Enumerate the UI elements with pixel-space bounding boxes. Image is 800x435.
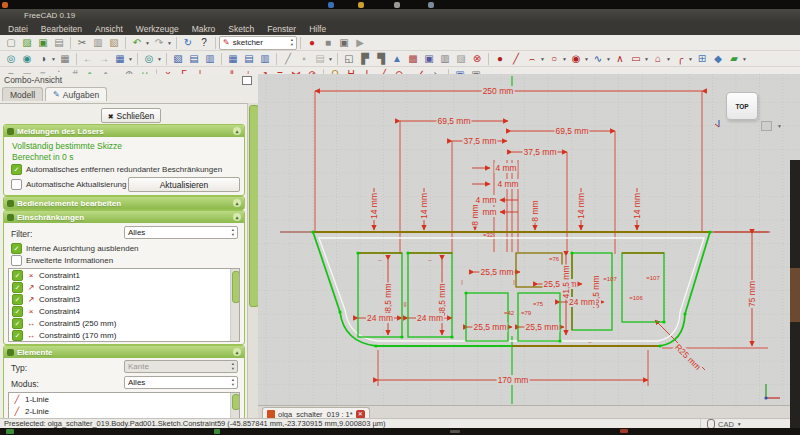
constraint-list-item[interactable]: ↗Constraint3 — [9, 293, 239, 305]
constraint-list-item[interactable]: ↔Constraint6 (170 mm) — [9, 329, 239, 341]
mirror-sketch-icon[interactable]: ▥ — [437, 52, 453, 66]
view-bottom-icon[interactable]: ▥ — [257, 52, 273, 66]
draw-style-icon[interactable]: ◑ — [35, 52, 51, 66]
map-sketch-icon[interactable]: ▜ — [373, 52, 389, 66]
chevron-down-icon[interactable]: ▼ — [157, 56, 163, 62]
auto-remove-checkbox-row[interactable]: Automatisches entfernen redundanter Besc… — [11, 164, 222, 175]
view-front-icon[interactable]: ▤ — [186, 52, 202, 66]
menu-sketch[interactable]: Sketch — [228, 24, 254, 34]
chevron-down-icon[interactable]: ▼ — [167, 40, 173, 46]
refresh-icon[interactable]: ↻ — [180, 36, 196, 50]
section-constraints-header[interactable]: Einschränkungen — [4, 211, 244, 223]
tab-aufgaben[interactable]: ✎Aufgaben — [45, 87, 107, 101]
element-list-scrollbar[interactable] — [230, 393, 239, 419]
update-button[interactable]: Aktualisieren — [128, 177, 240, 192]
close-task-button[interactable]: Schließen — [101, 108, 161, 123]
chevron-down-icon[interactable]: ▼ — [742, 56, 748, 62]
create-conic-icon[interactable]: ◉ — [568, 52, 584, 66]
constraint-list-item[interactable]: ×Constraint4 — [9, 305, 239, 317]
doc-export-icon[interactable]: ▤ — [312, 52, 328, 66]
macro-edit-icon[interactable]: ▣ — [336, 36, 352, 50]
checkbox-checked-icon[interactable] — [11, 243, 22, 254]
workbench-selector[interactable]: ✎sketcher — [219, 36, 297, 50]
menu-fenster[interactable]: Fenster — [267, 24, 296, 34]
chevron-down-icon[interactable]: ▼ — [328, 56, 334, 62]
float-panel-icon[interactable] — [242, 76, 252, 85]
nav-back-icon[interactable]: ← — [80, 52, 96, 66]
constraint-filter-select[interactable]: Alles — [124, 226, 238, 239]
macro-play-icon[interactable]: ▶ — [352, 36, 368, 50]
create-fillet-icon[interactable]: ╭ — [672, 52, 688, 66]
view-home-icon[interactable]: ▦ — [112, 52, 128, 66]
checkbox-checked-icon[interactable] — [12, 330, 23, 341]
checkbox-checked-icon[interactable] — [12, 306, 23, 317]
checkbox-checked-icon[interactable] — [12, 270, 23, 281]
collapse-icon[interactable] — [233, 348, 241, 356]
hide-internal-checkbox-row[interactable]: Interne Ausrichtung ausblenden — [11, 243, 139, 254]
nav-forward-icon[interactable]: → — [96, 52, 112, 66]
section-elements-header[interactable]: Elemente — [4, 346, 244, 358]
menu-hilfe[interactable]: Hilfe — [309, 24, 326, 34]
section-edit-controls-header[interactable]: Bedienelemente bearbeiten — [4, 197, 244, 209]
os-app-icon-1[interactable] — [328, 2, 334, 8]
extended-info-checkbox-row[interactable]: Erweiterte Informationen — [11, 255, 113, 266]
edit-sketch-icon[interactable]: ▨ — [453, 52, 469, 66]
view-rear-icon[interactable]: ▤ — [241, 52, 257, 66]
external-geometry-icon[interactable]: ⊞ — [694, 52, 710, 66]
redo-icon[interactable]: ↷ — [151, 36, 167, 50]
checkbox-checked-icon[interactable] — [12, 318, 23, 329]
constraint-list-item[interactable]: ×Constraint1 — [9, 269, 239, 281]
chevron-down-icon[interactable]: ▼ — [777, 123, 782, 129]
leave-sketch-icon[interactable]: ◱ — [341, 52, 357, 66]
collapse-icon[interactable] — [233, 127, 241, 135]
create-rectangle-icon[interactable]: ▭ — [628, 52, 644, 66]
nav-cube-menu-icon[interactable] — [761, 121, 772, 131]
fit-selection-icon[interactable]: ◉ — [19, 52, 35, 66]
tab-modell[interactable]: Modell — [2, 87, 43, 101]
create-bspline-icon[interactable]: ∿ — [590, 52, 606, 66]
print-icon[interactable]: ▤ — [51, 36, 67, 50]
constraint-list-item[interactable]: ↗Constraint2 — [9, 281, 239, 293]
constraint-list-item[interactable]: ↔Constraint5 (250 mm) — [9, 317, 239, 329]
collapse-icon[interactable] — [233, 199, 241, 207]
validate-sketch-icon[interactable]: ▩ — [405, 52, 421, 66]
view-right-icon[interactable]: ▦ — [225, 52, 241, 66]
checkbox-checked-icon[interactable] — [12, 342, 23, 343]
create-circle-icon[interactable]: ○ — [546, 52, 562, 66]
view-top-icon[interactable]: ▥ — [202, 52, 218, 66]
chevron-down-icon[interactable]: ▼ — [128, 56, 134, 62]
checkbox-checked-icon[interactable] — [12, 282, 23, 293]
os-launcher-icon[interactable] — [2, 2, 8, 8]
collapse-icon[interactable] — [233, 213, 241, 221]
zoom-icon[interactable]: ◎ — [141, 52, 157, 66]
section-solver-header[interactable]: Meldungen des Lösers — [4, 125, 244, 137]
annotate-icon[interactable]: ▪ — [296, 52, 312, 66]
macro-stop-icon[interactable]: ■ — [320, 36, 336, 50]
macro-record-icon[interactable]: ● — [304, 36, 320, 50]
menu-werkzeuge[interactable]: Werkzeuge — [136, 24, 179, 34]
open-file-icon[interactable]: ▨ — [19, 36, 35, 50]
3d-viewport[interactable]: 250 mm69,5 mm69,5 mm37,5 mm37,5 mm4 mm4 … — [258, 74, 800, 405]
create-polygon-icon[interactable]: ⌂ — [650, 52, 666, 66]
menu-ansicht[interactable]: Ansicht — [95, 24, 123, 34]
navigation-cube[interactable]: TOP — [726, 92, 758, 120]
os-app-icon-3[interactable] — [394, 2, 400, 8]
create-arc-icon[interactable]: ⌢ — [524, 52, 540, 66]
carbon-copy-icon[interactable]: ◆ — [710, 52, 726, 66]
constraint-list-item[interactable]: ╱Constraint7 (75 mm) — [9, 341, 239, 342]
constraint-list-scrollbar[interactable] — [230, 269, 239, 341]
paste-icon[interactable]: ▧ — [106, 36, 122, 50]
element-list-item[interactable]: ╱2-Linie — [9, 405, 239, 417]
stop-operation-icon[interactable]: ⊗ — [469, 52, 485, 66]
measure-icon[interactable]: ╱ — [280, 52, 296, 66]
copy-icon[interactable]: ▥ — [90, 36, 106, 50]
fit-all-icon[interactable]: ◎ — [3, 52, 19, 66]
window-title-bar[interactable]: FreeCAD 0.19 — [0, 9, 800, 22]
checkbox-checked-icon[interactable] — [12, 294, 23, 305]
element-list-item[interactable]: ╱1-Linie — [9, 393, 239, 405]
undo-icon[interactable]: ↶ — [129, 36, 145, 50]
menu-bearbeiten[interactable]: Bearbeiten — [41, 24, 82, 34]
os-app-icon-4[interactable] — [428, 2, 434, 8]
auto-update-checkbox-row[interactable]: Automatische Aktualisierung — [11, 179, 127, 190]
os-app-icon-2[interactable] — [358, 2, 364, 8]
